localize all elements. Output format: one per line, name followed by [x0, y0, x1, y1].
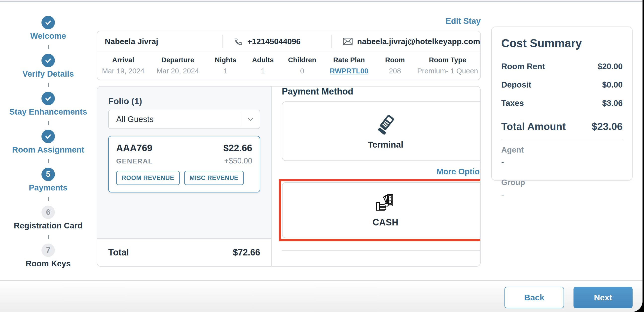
stepper-connector: [48, 159, 49, 163]
stay-col-room-type: Room Type Premium- 1 Queen: [415, 56, 480, 75]
tag-misc-revenue[interactable]: MISC REVENUE: [184, 171, 244, 185]
more-options-link[interactable]: More Options: [282, 167, 481, 176]
payment-options-row: +$50.00 Incidental Charges Stop Charge: [282, 250, 481, 256]
folio-total-row: Total $72.66: [97, 238, 271, 266]
stay-col-rate-plan: Rate Plan RWPRTL00: [323, 56, 375, 75]
cost-row-label: Deposit: [501, 80, 531, 89]
cost-summary-panel: Cost Summary Room Rent $20.00 Deposit $0…: [491, 26, 632, 181]
check-icon: [44, 133, 52, 140]
agent-label: Agent: [501, 145, 623, 155]
stay-label: Arrival: [97, 56, 149, 64]
guest-phone-number: +12145044096: [247, 37, 300, 46]
step-number: 5: [46, 170, 50, 179]
step-label: Room Keys: [26, 259, 71, 268]
folio-code: AAA769: [116, 143, 152, 154]
terminal-icon: [374, 113, 397, 136]
screenshot-canvas: Welcome Verify Details Stay Enhanc: [0, 0, 644, 312]
stepper-step-room-keys[interactable]: 7 Room Keys: [26, 244, 71, 268]
payment-scroll-area[interactable]: Payment Method: [272, 87, 481, 256]
tag-room-revenue[interactable]: ROOM REVENUE: [116, 171, 180, 185]
phone-icon: [234, 37, 243, 46]
rate-plan-link[interactable]: RWPRTL00: [323, 67, 375, 75]
step-circle-welcome[interactable]: [42, 16, 55, 29]
folio-category: GENERAL: [116, 157, 153, 165]
payments-panel: Folio (1) All Guests AAA769 $22.66: [97, 86, 481, 267]
stay-value: Mar 20, 2024: [149, 67, 206, 75]
stepper-step-welcome[interactable]: Welcome: [30, 16, 66, 41]
stepper-connector: [48, 83, 49, 87]
edit-stay-link[interactable]: Edit Stay: [407, 16, 481, 26]
cash-label: CASH: [373, 217, 398, 228]
step-label: Stay Enhancements: [9, 107, 87, 117]
stepper-step-verify-details[interactable]: Verify Details: [22, 54, 74, 79]
step-circle-verify-details[interactable]: [42, 54, 55, 67]
step-circle-registration-card[interactable]: 6: [42, 206, 55, 219]
cash-icon: [375, 193, 396, 214]
cost-row-value: $20.00: [598, 62, 623, 71]
stepper-connector: [48, 235, 49, 239]
payment-method-terminal[interactable]: Terminal: [282, 101, 481, 161]
stay-label: Room: [375, 56, 415, 64]
step-number: 7: [46, 246, 50, 255]
step-circle-stay-enhancements[interactable]: [42, 92, 55, 105]
stay-label: Room Type: [415, 56, 480, 64]
step-label: Payments: [29, 183, 68, 192]
step-number: 6: [46, 208, 50, 217]
stay-label: Rate Plan: [323, 56, 375, 64]
stay-label: Children: [281, 56, 323, 64]
folio-item-card[interactable]: AAA769 $22.66 GENERAL +$50.00 ROOM REVEN…: [108, 136, 260, 192]
stay-col-room: Room 208: [375, 56, 415, 75]
cost-total-row: Total Amount $23.06: [501, 121, 623, 132]
folio-total-amount: $72.66: [233, 247, 260, 258]
folio-column: Folio (1) All Guests AAA769 $22.66: [97, 87, 272, 266]
folio-total-label: Total: [108, 247, 129, 258]
cost-total-value: $23.06: [592, 121, 623, 132]
step-circle-room-keys[interactable]: 7: [42, 244, 55, 257]
cost-row-value: $0.00: [602, 80, 623, 89]
guest-info-card: Nabeela Jivraj +12145044096 nabeela.jivr…: [97, 31, 481, 80]
stepper-connector: [48, 45, 49, 49]
back-button[interactable]: Back: [504, 287, 564, 308]
payment-method-column: Payment Method: [272, 87, 481, 266]
next-button[interactable]: Next: [574, 287, 632, 308]
app-window: Welcome Verify Details Stay Enhanc: [0, 0, 642, 312]
cost-row-label: Taxes: [501, 98, 524, 108]
stepper-step-payments[interactable]: 5 Payments: [29, 168, 68, 192]
cost-total-label: Total Amount: [501, 121, 566, 132]
envelope-icon: [343, 37, 353, 45]
step-circle-payments[interactable]: 5: [42, 168, 55, 181]
group-value: -: [501, 190, 623, 199]
stepper-connector: [48, 197, 49, 201]
guest-phone: +12145044096: [223, 37, 331, 46]
stay-value: Mar 19, 2024: [97, 67, 149, 75]
folio-pending-amount: +$50.00: [224, 156, 252, 165]
group-label: Group: [501, 178, 623, 187]
folio-guest-select[interactable]: All Guests: [108, 110, 260, 129]
stepper-step-stay-enhancements[interactable]: Stay Enhancements: [9, 92, 87, 117]
divider: [501, 139, 623, 139]
stay-value: 1: [206, 67, 244, 75]
step-label: Welcome: [30, 31, 66, 41]
cost-row-label: Room Rent: [501, 62, 545, 71]
step-label: Registration Card: [14, 221, 83, 230]
wizard-stepper: Welcome Verify Details Stay Enhanc: [5, 16, 92, 268]
check-icon: [44, 95, 52, 102]
cost-row-deposit: Deposit $0.00: [501, 80, 623, 89]
cash-highlight-annotation: CASH: [279, 179, 481, 241]
stay-col-children: Children 0: [281, 56, 323, 75]
payment-method-cash[interactable]: CASH: [282, 182, 481, 238]
guest-name: Nabeela Jivraj: [97, 37, 222, 46]
wizard-footer: Back Next: [0, 280, 642, 312]
window-top-strip: [0, 0, 642, 2]
stay-label: Departure: [149, 56, 206, 64]
folio-section: Folio (1) All Guests AAA769 $22.66: [97, 87, 271, 238]
step-circle-room-assignment[interactable]: [42, 130, 55, 143]
incidental-charges-label: +$50.00 Incidental Charges: [282, 256, 390, 256]
stay-label: Nights: [206, 56, 244, 64]
step-label: Verify Details: [22, 69, 74, 79]
stepper-step-registration-card[interactable]: 6 Registration Card: [14, 206, 83, 230]
stay-col-adults: Adults 1: [245, 56, 281, 75]
check-icon: [44, 19, 52, 26]
stepper-step-room-assignment[interactable]: Room Assignment: [12, 130, 84, 155]
payment-method-title: Payment Method: [282, 87, 481, 96]
